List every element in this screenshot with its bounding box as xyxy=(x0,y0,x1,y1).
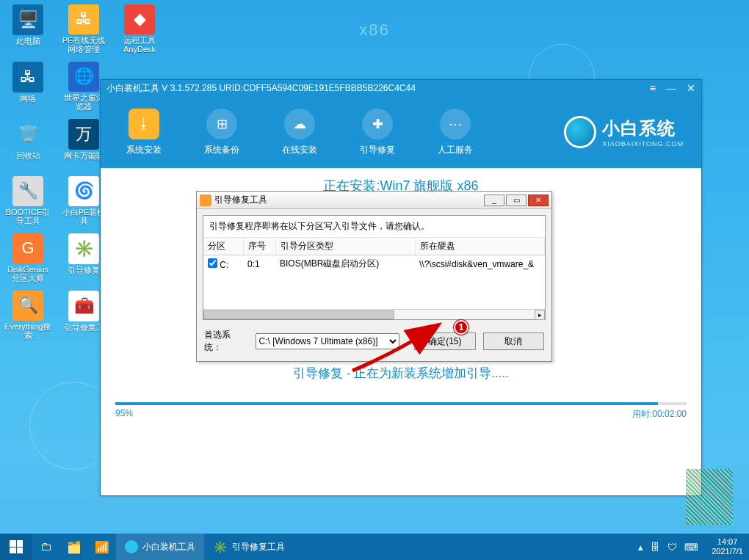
brand-logo-icon xyxy=(564,116,596,148)
dialog-close-button[interactable]: ✕ xyxy=(528,194,549,206)
pixel-noise xyxy=(686,469,733,525)
taskbar-wifi-icon[interactable]: 📶 xyxy=(88,534,116,560)
menu-icon[interactable]: ≡ xyxy=(650,82,656,94)
system-tray[interactable]: ▴ 🗄 🛡 ⌨ xyxy=(631,542,706,553)
col-index: 序号 xyxy=(243,238,275,255)
dialog-titlebar[interactable]: 引导修复工具 _ ▭ ✕ xyxy=(197,192,551,209)
firstaid-icon: ✚ xyxy=(362,109,393,139)
cancel-button[interactable]: 取消 xyxy=(483,332,544,350)
desktop-icon-anydesk[interactable]: ◆远程工具AnyDesk xyxy=(116,4,163,54)
progress-block: 95% 用时:00:02:00 xyxy=(115,402,687,421)
desktop-icon-diskgenius[interactable]: GDiskGenius分区大师 xyxy=(4,233,51,283)
progress-percent: 95% xyxy=(115,408,133,421)
windows-logo-icon xyxy=(10,540,23,553)
chat-icon: ⋯ xyxy=(440,109,471,139)
taskbar-item-boot-repair[interactable]: ✳️ 引导修复工具 xyxy=(204,534,294,560)
brand-name: 小白系统 xyxy=(602,117,684,140)
desktop-icon-recycle[interactable]: 🗑️回收站 xyxy=(4,119,51,169)
close-icon[interactable]: ✕ xyxy=(687,82,695,94)
installer-title-text: 小白装机工具 V 3.1.572.285 URID:CDFF5A594C09E1… xyxy=(106,82,650,95)
ok-button[interactable]: 确定(15) xyxy=(414,332,475,350)
progress-bar xyxy=(115,402,687,405)
toolbar-sys-install[interactable]: ⭳系统安装 xyxy=(118,109,170,156)
installer-taskbar-icon xyxy=(125,540,138,553)
tray-chevron-icon[interactable]: ▴ xyxy=(638,542,643,553)
tray-shield-icon[interactable]: 🛡 xyxy=(667,542,677,553)
taskbar: 🗀 🗂️ 📶 小白装机工具 ✳️ 引导修复工具 ▴ 🗄 🛡 ⌨ 14:07 20… xyxy=(0,534,749,560)
progress-elapsed: 用时:00:02:00 xyxy=(632,408,687,421)
status-text: 引导修复 - 正在为新装系统增加引导..... xyxy=(293,365,509,382)
dialog-app-icon xyxy=(200,194,211,206)
desktop-icon-pe-net[interactable]: 🖧PE有线无线网络管理 xyxy=(60,4,107,54)
dialog-title-text: 引导修复工具 xyxy=(214,194,484,206)
toolbar-manual-service[interactable]: ⋯人工服务 xyxy=(430,109,481,156)
row-checkbox[interactable] xyxy=(208,258,217,268)
taskbar-item-installer[interactable]: 小白装机工具 xyxy=(116,534,204,560)
col-type: 引导分区类型 xyxy=(275,238,415,255)
desktop-icon-network[interactable]: 🖧网络 xyxy=(4,62,51,112)
desktop-icon-bootice[interactable]: 🔧BOOTICE引导工具 xyxy=(4,176,51,226)
col-partition: 分区 xyxy=(203,238,243,255)
installer-toolbar: ⭳系统安装 ⊞系统备份 ☁在线安装 ✚引导修复 ⋯人工服务 小白系统 XIAOB… xyxy=(101,96,701,168)
dialog-maximize-button[interactable]: ▭ xyxy=(506,194,527,206)
boot-repair-dialog: 引导修复工具 _ ▭ ✕ 引导修复程序即将在以下分区写入引导文件，请您确认。 分… xyxy=(196,191,552,362)
start-button[interactable] xyxy=(0,534,32,560)
download-icon: ⭳ xyxy=(129,109,159,139)
desktop-icon-pc[interactable]: 🖥️此电脑 xyxy=(4,4,51,54)
boot-repair-taskbar-icon: ✳️ xyxy=(213,540,228,554)
brand-url: XIAOBAIXITONG.COM xyxy=(602,140,684,148)
desktop-icon-everything[interactable]: 🔍Everything搜索 xyxy=(4,291,51,341)
annotation-badge: 1 xyxy=(454,320,468,335)
toolbar-boot-repair[interactable]: ✚引导修复 xyxy=(352,109,403,156)
pref-system-select[interactable]: C:\ [Windows 7 Ultimate (x86)] xyxy=(256,333,400,349)
pref-system-label: 首选系统： xyxy=(204,329,248,354)
windows-icon: ⊞ xyxy=(206,109,237,139)
tray-db-icon[interactable]: 🗄 xyxy=(651,542,660,553)
dialog-message: 引导修复程序即将在以下分区写入引导文件，请您确认。 xyxy=(203,216,545,238)
tray-keyboard-icon[interactable]: ⌨ xyxy=(684,542,698,553)
minimize-icon[interactable]: — xyxy=(666,82,676,94)
taskbar-explorer2-icon[interactable]: 🗂️ xyxy=(60,534,88,560)
cloud-download-icon: ☁ xyxy=(284,109,315,139)
toolbar-sys-backup[interactable]: ⊞系统备份 xyxy=(196,109,247,156)
brand-block: 小白系统 XIAOBAIXITONG.COM xyxy=(564,116,684,148)
horizontal-scrollbar[interactable]: ▸ xyxy=(203,309,545,319)
partition-table: 分区 序号 引导分区类型 所在硬盘 C: 0:1 BIOS(MBR磁盘启动分区)… xyxy=(203,238,545,309)
installer-titlebar[interactable]: 小白装机工具 V 3.1.572.285 URID:CDFF5A594C09E1… xyxy=(101,80,701,96)
dialog-minimize-button[interactable]: _ xyxy=(484,194,504,206)
taskbar-clock[interactable]: 14:07 2021/7/1 xyxy=(706,537,749,556)
taskbar-explorer-icon[interactable]: 🗀 xyxy=(32,534,60,560)
table-row[interactable]: C: 0:1 BIOS(MBR磁盘启动分区) \\?\scsi#disk&ven… xyxy=(203,255,545,273)
toolbar-online-install[interactable]: ☁在线安装 xyxy=(274,109,325,156)
col-disk: 所在硬盘 xyxy=(415,238,545,255)
